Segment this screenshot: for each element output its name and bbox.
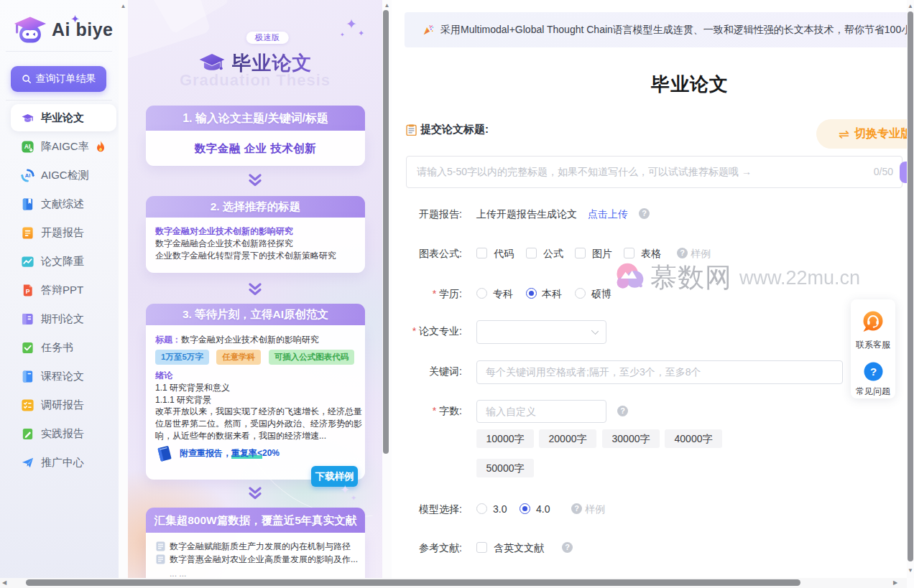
scroll-up-arrow-icon[interactable]: ▲ — [382, 2, 392, 9]
checkbox-image[interactable] — [575, 248, 586, 258]
divider — [6, 51, 112, 52]
sidebar-item-kechenglunwen[interactable]: 课程论文 — [11, 363, 116, 390]
scroll-up-arrow-icon[interactable]: ▲ — [119, 3, 128, 10]
upload-link[interactable]: 点击上传 — [588, 208, 628, 221]
words-input[interactable]: 输入自定义 — [476, 400, 606, 423]
report-note-pct: 20% — [262, 448, 280, 458]
main-vertical-scrollbar[interactable]: ▲ ▼ — [907, 0, 914, 578]
switch-pro-button[interactable]: ⇌ 切换专业版 — [816, 119, 907, 149]
radio-model-4-label[interactable]: 4.0 — [536, 503, 550, 515]
recommend-title-button[interactable] — [900, 162, 907, 183]
preset-10000[interactable]: 10000字 — [476, 429, 534, 448]
watermark-logo-icon — [613, 261, 646, 295]
scroll-left-arrow-icon[interactable]: ◀ — [2, 578, 6, 588]
proposal-label: 开题报告: — [405, 208, 462, 221]
sidebar-item-diaoyanbaogao[interactable]: 调研报告 — [11, 391, 116, 419]
customer-service-icon[interactable] — [860, 309, 886, 335]
help-icon[interactable] — [562, 542, 573, 553]
sidebar-item-renwushu[interactable]: 任务书 — [11, 334, 116, 361]
horizontal-scrollbar[interactable]: ◀ ▶ — [0, 578, 914, 588]
sparkle-icon: ✦ — [346, 16, 357, 32]
survey-list-icon — [21, 398, 34, 412]
radio-shuobo[interactable] — [575, 288, 586, 299]
model-sample-label[interactable]: 样例 — [585, 503, 605, 516]
scroll-up-arrow-icon[interactable]: ▲ — [907, 3, 914, 10]
words-placeholder: 输入自定义 — [486, 401, 536, 422]
svg-text:P: P — [26, 287, 30, 294]
sidebar-item-tuiguangzhongxin[interactable]: 推广中心 — [11, 449, 116, 476]
radio-benke-label[interactable]: 本科 — [542, 288, 562, 301]
scrollbar-thumb[interactable] — [26, 579, 800, 586]
radio-zhuanke[interactable] — [476, 288, 487, 299]
checkbox-code[interactable] — [476, 248, 487, 258]
app-logo[interactable]: Ai biye✦ — [13, 13, 113, 47]
order-query-button[interactable]: 查询订单结果 — [11, 66, 106, 92]
literature-item[interactable]: 数字普惠金融对农业企业高质量发展的影响及作... — [156, 553, 365, 566]
sidebar-item-biyelunwen[interactable]: 毕业论文 — [11, 104, 116, 131]
help-icon[interactable] — [639, 208, 650, 219]
logo-robot-cap-icon — [13, 13, 47, 47]
radio-zhuanke-label[interactable]: 专科 — [493, 288, 513, 301]
checkbox-table-label[interactable]: 表格 — [641, 248, 661, 261]
chip-any-subject: 任意学科 — [216, 350, 261, 365]
report-book-icon — [154, 444, 174, 463]
checkbox-formula[interactable] — [526, 248, 537, 258]
preset-20000[interactable]: 20000字 — [539, 429, 596, 448]
keywords-input[interactable]: 每个关键词用空格或者;隔开，至少3个，至多8个 — [476, 360, 843, 384]
help-icon[interactable] — [677, 248, 688, 258]
literature-item[interactable]: 数字金融赋能新质生产力发展的内在机制与路径 — [156, 540, 365, 553]
checkbox-english-refs[interactable] — [476, 542, 487, 553]
radio-model-4[interactable] — [520, 503, 530, 514]
checkbox-formula-label[interactable]: 公式 — [543, 248, 563, 261]
sidebar-item-dabianppt[interactable]: P 答辩PPT — [11, 276, 116, 304]
contact-service-label[interactable]: 联系客服 — [856, 339, 890, 351]
sidebar-item-wenxianzongshu[interactable]: 文献综述 — [11, 190, 116, 218]
checkbox-english-refs-label[interactable]: 含英文文献 — [494, 542, 544, 555]
sparkle-icon: ✦ — [358, 29, 364, 38]
download-sample-button[interactable]: 下载样例 — [311, 466, 358, 487]
scrollbar-thumb[interactable] — [383, 10, 389, 454]
chevron-double-down-icon — [246, 283, 264, 296]
sidebar-scrollbar[interactable]: ▲ — [119, 0, 128, 578]
major-select[interactable] — [476, 320, 606, 344]
report-note-highlight: 重复率< — [231, 448, 262, 459]
thesis-title-input[interactable]: 请输入5-50字以内的完整标题，如果不知道写什么，可以试试推荐标题哦 → 0/5… — [406, 156, 903, 188]
help-icon[interactable] — [617, 406, 628, 416]
sidebar-item-qikanlunwen[interactable]: 期刊论文 — [11, 305, 116, 332]
radio-model-3-label[interactable]: 3.0 — [493, 503, 507, 515]
recommended-title[interactable]: 数字金融对企业技术创新的影响研究 — [155, 225, 365, 238]
chip-formula: 可插入公式图表代码 — [269, 350, 355, 365]
radio-model-3[interactable] — [476, 503, 487, 514]
sidebar-item-aigcjiance[interactable]: AI AIGC检测 — [11, 162, 116, 189]
recommended-title[interactable]: 数字金融融合企业技术创新路径探究 — [155, 238, 365, 250]
report-note: 附查重报告， — [180, 448, 231, 458]
sidebar-item-kaitibaogao[interactable]: 开题报告 — [11, 219, 116, 246]
notice-banner: 采用Multimodal+Global Thought Chain语言模型生成连… — [405, 12, 907, 47]
scroll-down-arrow-icon[interactable]: ▼ — [907, 567, 914, 574]
party-popper-icon — [423, 24, 435, 36]
charts-sample-label[interactable]: 样例 — [691, 248, 711, 261]
sidebar-item-shijianbaogao[interactable]: 实践报告 — [11, 420, 116, 447]
checkbox-image-label[interactable]: 图片 — [592, 248, 612, 261]
preset-50000[interactable]: 50000字 — [476, 459, 534, 477]
checkbox-code-label[interactable]: 代码 — [494, 248, 514, 261]
help-icon[interactable] — [571, 503, 582, 514]
recommended-title[interactable]: 企业数字金融化转型背景下的技术创新策略研究 — [155, 250, 365, 262]
radio-shuobo-label[interactable]: 硕博 — [591, 288, 611, 301]
promo-scrollbar[interactable]: ▲ — [382, 0, 392, 578]
watermark-name: 慕数网 — [650, 260, 732, 296]
sidebar-item-lunwenjiangzhong[interactable]: 论文降重 — [11, 248, 116, 275]
faq-icon[interactable]: ? — [864, 362, 883, 381]
scroll-right-arrow-icon[interactable]: ▶ — [893, 578, 897, 588]
chevron-double-down-icon — [246, 174, 264, 187]
floating-help-panel: 联系客服 ? 常见问题 — [851, 299, 895, 398]
radio-benke[interactable] — [526, 288, 537, 299]
proposal-report-icon — [21, 226, 34, 240]
scrollbar-thumb[interactable] — [908, 11, 913, 561]
sample-paragraph-line: 位居世界第二位。然而，受国内外政治、经济形势的影 — [155, 418, 365, 430]
faq-label[interactable]: 常见问题 — [856, 386, 890, 398]
preset-40000[interactable]: 40000字 — [665, 429, 722, 448]
checkbox-table[interactable] — [624, 248, 634, 258]
sidebar-item-jiangaigc[interactable]: AI 降AIGC率 — [11, 133, 116, 160]
preset-30000[interactable]: 30000字 — [602, 429, 660, 448]
